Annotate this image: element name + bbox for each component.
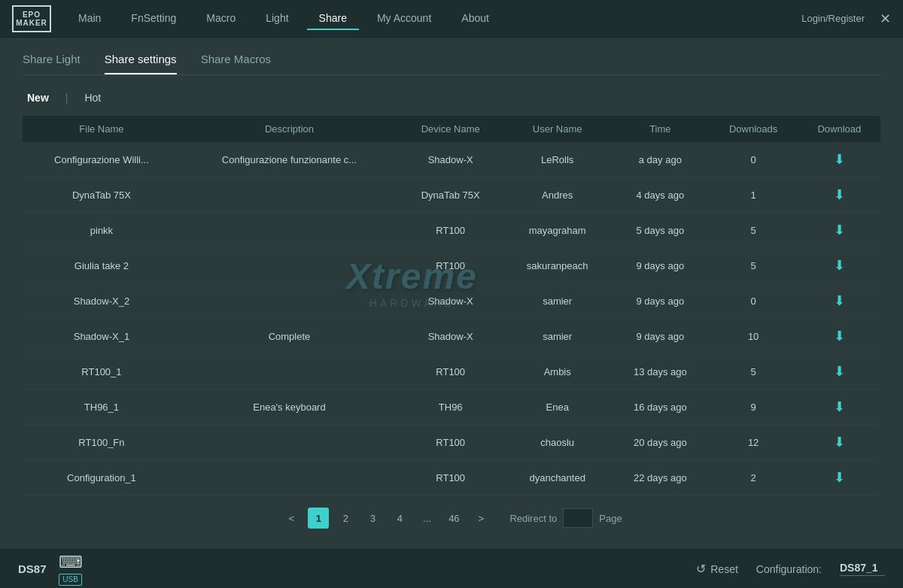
cell-download-btn[interactable]: ⬇ (798, 319, 880, 354)
cell-filename: DynaTab 75X (23, 177, 181, 213)
cell-device: RT100 (398, 248, 503, 283)
cell-device: DynaTab 75X (398, 177, 503, 213)
filter-row: New | Hot (23, 90, 880, 105)
download-icon[interactable]: ⬇ (834, 223, 845, 238)
col-time: Time (612, 116, 709, 142)
download-icon[interactable]: ⬇ (834, 187, 845, 202)
nav-about[interactable]: About (449, 8, 501, 30)
reset-button[interactable]: ↺ Reset (696, 562, 738, 576)
cell-download-btn[interactable]: ⬇ (798, 213, 880, 248)
config-value: DS87_1 (840, 562, 885, 576)
page-redirect: Redirect to Page (509, 508, 622, 528)
download-icon[interactable]: ⬇ (834, 258, 845, 273)
page-3[interactable]: 3 (362, 508, 383, 529)
download-icon[interactable]: ⬇ (834, 399, 845, 414)
page-2[interactable]: 2 (335, 508, 356, 529)
cell-time: 4 days ago (612, 177, 709, 213)
device-name: DS87 (18, 562, 47, 575)
download-icon[interactable]: ⬇ (834, 435, 845, 450)
cell-time: 16 days ago (612, 389, 709, 425)
cell-download-btn[interactable]: ⬇ (798, 177, 880, 213)
cell-time: 9 days ago (612, 283, 709, 319)
download-icon[interactable]: ⬇ (834, 152, 845, 167)
cell-user: Enea (503, 389, 612, 425)
keyboard-icon: ⌨ (59, 553, 83, 572)
cell-user: LeRolls (503, 142, 612, 177)
filter-hot[interactable]: Hot (80, 90, 105, 105)
reset-icon: ↺ (696, 562, 706, 576)
nav-fnsetting[interactable]: FnSetting (119, 8, 188, 30)
page-next[interactable]: > (470, 508, 491, 529)
tab-sharelight[interactable]: Share Light (23, 53, 81, 74)
table-row: Configuration_1 RT100 dyanchanted 22 day… (23, 460, 880, 496)
cell-filename: pinkk (23, 213, 181, 248)
cell-time: a day ago (612, 142, 709, 177)
share-table: File Name Description Device Name User N… (23, 116, 880, 496)
col-downloads: Downloads (709, 116, 798, 142)
cell-filename: Shadow-X_2 (23, 283, 181, 319)
filter-new[interactable]: New (23, 90, 53, 105)
cell-device: TH96 (398, 389, 503, 425)
cell-download-btn[interactable]: ⬇ (798, 142, 880, 177)
nav-myaccount[interactable]: My Account (365, 8, 443, 30)
tab-sharemacros[interactable]: Share Macros (201, 53, 271, 74)
page-4[interactable]: 4 (389, 508, 410, 529)
table-row: RT100_Fn RT100 chaoslu 20 days ago 12 ⬇ (23, 425, 880, 460)
col-description: Description (181, 116, 398, 142)
login-register-button[interactable]: Login/Register (801, 13, 865, 24)
usb-icon-container: ⌨ USB (59, 553, 83, 586)
download-icon[interactable]: ⬇ (834, 470, 845, 485)
title-bar: EPOMAKER Main FnSetting Macro Light Shar… (0, 0, 903, 38)
nav-light[interactable]: Light (254, 8, 300, 30)
table-header: File Name Description Device Name User N… (23, 116, 880, 142)
cell-filename: Configurazione Willi... (23, 142, 181, 177)
col-filename: File Name (23, 116, 181, 142)
nav-macro[interactable]: Macro (194, 8, 248, 30)
cell-description (181, 248, 398, 283)
page-ellipsis: ... (416, 508, 437, 529)
cell-downloads: 5 (709, 213, 798, 248)
cell-downloads: 12 (709, 425, 798, 460)
nav-menu: Main FnSetting Macro Light Share My Acco… (66, 8, 501, 30)
cell-download-btn[interactable]: ⬇ (798, 460, 880, 496)
nav-share[interactable]: Share (307, 8, 359, 30)
status-bar: DS87 ⌨ USB ↺ Reset Configuration: DS87_1 (0, 549, 903, 588)
cell-device: Shadow-X (398, 283, 503, 319)
nav-main[interactable]: Main (66, 8, 113, 30)
page-prev[interactable]: < (281, 508, 302, 529)
cell-device: Shadow-X (398, 319, 503, 354)
cell-filename: RT100_1 (23, 354, 181, 389)
table-row: pinkk RT100 mayagraham 5 days ago 5 ⬇ (23, 213, 880, 248)
cell-downloads: 1 (709, 177, 798, 213)
cell-description (181, 354, 398, 389)
cell-download-btn[interactable]: ⬇ (798, 248, 880, 283)
cell-filename: Configuration_1 (23, 460, 181, 496)
cell-device: RT100 (398, 425, 503, 460)
pagination: < 1 2 3 4 ... 46 > Redirect to Page (23, 496, 880, 535)
cell-download-btn[interactable]: ⬇ (798, 283, 880, 319)
cell-downloads: 10 (709, 319, 798, 354)
download-icon[interactable]: ⬇ (834, 329, 845, 344)
cell-download-btn[interactable]: ⬇ (798, 389, 880, 425)
cell-downloads: 5 (709, 248, 798, 283)
cell-filename: TH96_1 (23, 389, 181, 425)
cell-downloads: 2 (709, 460, 798, 496)
close-button[interactable]: ✕ (880, 12, 891, 26)
tab-sharesettings[interactable]: Share settings (105, 53, 177, 74)
cell-downloads: 0 (709, 142, 798, 177)
page-1[interactable]: 1 (308, 508, 329, 529)
usb-badge: USB (59, 574, 82, 586)
page-number-input[interactable] (563, 508, 593, 528)
download-icon[interactable]: ⬇ (834, 364, 845, 379)
cell-description: Enea's keyboard (181, 389, 398, 425)
col-username: User Name (503, 116, 612, 142)
page-last[interactable]: 46 (443, 508, 464, 529)
col-devicename: Device Name (398, 116, 503, 142)
cell-description (181, 283, 398, 319)
download-icon[interactable]: ⬇ (834, 293, 845, 308)
cell-time: 5 days ago (612, 213, 709, 248)
cell-download-btn[interactable]: ⬇ (798, 354, 880, 389)
cell-download-btn[interactable]: ⬇ (798, 425, 880, 460)
cell-time: 22 days ago (612, 460, 709, 496)
cell-user: chaoslu (503, 425, 612, 460)
